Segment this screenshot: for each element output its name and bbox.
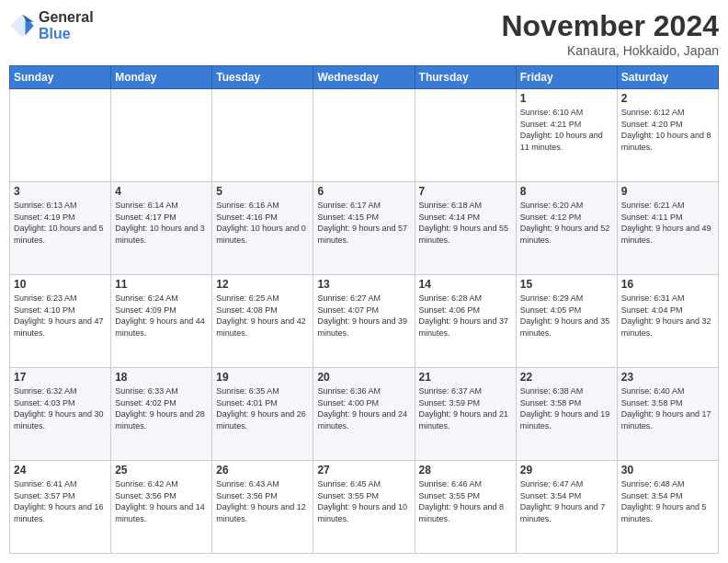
header: General Blue November 2024 Kanaura, Hokk… bbox=[9, 9, 719, 58]
col-tuesday: Tuesday bbox=[212, 66, 313, 89]
logo-text: General Blue bbox=[39, 9, 94, 41]
day-info: Sunrise: 6:14 AMSunset: 4:17 PMDaylight:… bbox=[115, 200, 208, 246]
day-info: Sunrise: 6:37 AMSunset: 3:59 PMDaylight:… bbox=[419, 385, 512, 431]
calendar-cell: 23Sunrise: 6:40 AMSunset: 3:58 PMDayligh… bbox=[617, 368, 718, 461]
day-number: 2 bbox=[621, 92, 714, 105]
day-number: 11 bbox=[115, 278, 208, 291]
day-number: 26 bbox=[216, 464, 309, 477]
day-number: 4 bbox=[115, 185, 208, 198]
col-sunday: Sunday bbox=[10, 66, 111, 89]
calendar-cell: 17Sunrise: 6:32 AMSunset: 4:03 PMDayligh… bbox=[10, 368, 111, 461]
calendar-cell: 18Sunrise: 6:33 AMSunset: 4:02 PMDayligh… bbox=[111, 368, 212, 461]
calendar-cell bbox=[111, 89, 212, 182]
day-info: Sunrise: 6:43 AMSunset: 3:56 PMDaylight:… bbox=[216, 478, 309, 524]
logo: General Blue bbox=[9, 9, 94, 41]
calendar-cell: 25Sunrise: 6:42 AMSunset: 3:56 PMDayligh… bbox=[111, 461, 212, 554]
day-info: Sunrise: 6:10 AMSunset: 4:21 PMDaylight:… bbox=[520, 107, 613, 153]
calendar-cell bbox=[313, 89, 415, 182]
day-number: 18 bbox=[115, 371, 208, 384]
day-info: Sunrise: 6:31 AMSunset: 4:04 PMDaylight:… bbox=[621, 293, 714, 339]
col-monday: Monday bbox=[111, 66, 212, 89]
calendar-cell: 3Sunrise: 6:13 AMSunset: 4:19 PMDaylight… bbox=[10, 182, 111, 275]
location: Kanaura, Hokkaido, Japan bbox=[501, 43, 719, 58]
day-info: Sunrise: 6:38 AMSunset: 3:58 PMDaylight:… bbox=[520, 385, 613, 431]
day-info: Sunrise: 6:40 AMSunset: 3:58 PMDaylight:… bbox=[621, 385, 714, 431]
calendar-cell: 14Sunrise: 6:28 AMSunset: 4:06 PMDayligh… bbox=[415, 275, 516, 368]
day-number: 14 bbox=[419, 278, 512, 291]
day-info: Sunrise: 6:29 AMSunset: 4:05 PMDaylight:… bbox=[520, 293, 613, 339]
day-info: Sunrise: 6:17 AMSunset: 4:15 PMDaylight:… bbox=[317, 200, 410, 246]
day-info: Sunrise: 6:47 AMSunset: 3:54 PMDaylight:… bbox=[520, 478, 613, 524]
calendar-cell: 22Sunrise: 6:38 AMSunset: 3:58 PMDayligh… bbox=[516, 368, 617, 461]
calendar-cell: 6Sunrise: 6:17 AMSunset: 4:15 PMDaylight… bbox=[313, 182, 415, 275]
day-number: 8 bbox=[520, 185, 613, 198]
calendar-cell: 30Sunrise: 6:48 AMSunset: 3:54 PMDayligh… bbox=[617, 461, 718, 554]
logo-blue-text: Blue bbox=[39, 26, 94, 42]
calendar-cell: 8Sunrise: 6:20 AMSunset: 4:12 PMDaylight… bbox=[516, 182, 617, 275]
calendar-cell: 16Sunrise: 6:31 AMSunset: 4:04 PMDayligh… bbox=[617, 275, 718, 368]
calendar-cell bbox=[212, 89, 313, 182]
day-number: 13 bbox=[317, 278, 410, 291]
day-number: 16 bbox=[621, 278, 714, 291]
day-info: Sunrise: 6:28 AMSunset: 4:06 PMDaylight:… bbox=[419, 293, 512, 339]
col-wednesday: Wednesday bbox=[313, 66, 415, 89]
calendar-cell: 11Sunrise: 6:24 AMSunset: 4:09 PMDayligh… bbox=[111, 275, 212, 368]
day-info: Sunrise: 6:18 AMSunset: 4:14 PMDaylight:… bbox=[419, 200, 512, 246]
day-info: Sunrise: 6:24 AMSunset: 4:09 PMDaylight:… bbox=[115, 293, 208, 339]
day-number: 25 bbox=[115, 464, 208, 477]
day-number: 9 bbox=[621, 185, 714, 198]
day-number: 1 bbox=[520, 92, 613, 105]
calendar-cell: 13Sunrise: 6:27 AMSunset: 4:07 PMDayligh… bbox=[313, 275, 415, 368]
calendar-cell: 9Sunrise: 6:21 AMSunset: 4:11 PMDaylight… bbox=[617, 182, 718, 275]
day-number: 19 bbox=[216, 371, 309, 384]
day-number: 30 bbox=[621, 464, 714, 477]
day-info: Sunrise: 6:23 AMSunset: 4:10 PMDaylight:… bbox=[14, 293, 107, 339]
calendar-week-1: 1Sunrise: 6:10 AMSunset: 4:21 PMDaylight… bbox=[10, 89, 719, 182]
day-info: Sunrise: 6:46 AMSunset: 3:55 PMDaylight:… bbox=[419, 478, 512, 524]
calendar-cell: 12Sunrise: 6:25 AMSunset: 4:08 PMDayligh… bbox=[212, 275, 313, 368]
day-number: 6 bbox=[317, 185, 410, 198]
day-number: 5 bbox=[216, 185, 309, 198]
calendar-cell: 7Sunrise: 6:18 AMSunset: 4:14 PMDaylight… bbox=[415, 182, 516, 275]
calendar-week-4: 17Sunrise: 6:32 AMSunset: 4:03 PMDayligh… bbox=[10, 368, 719, 461]
calendar-body: 1Sunrise: 6:10 AMSunset: 4:21 PMDaylight… bbox=[10, 89, 719, 554]
calendar-cell: 2Sunrise: 6:12 AMSunset: 4:20 PMDaylight… bbox=[617, 89, 718, 182]
calendar-cell: 19Sunrise: 6:35 AMSunset: 4:01 PMDayligh… bbox=[212, 368, 313, 461]
month-title: November 2024 bbox=[501, 9, 719, 43]
calendar-cell: 1Sunrise: 6:10 AMSunset: 4:21 PMDaylight… bbox=[516, 89, 617, 182]
day-info: Sunrise: 6:12 AMSunset: 4:20 PMDaylight:… bbox=[621, 107, 714, 153]
day-info: Sunrise: 6:36 AMSunset: 4:00 PMDaylight:… bbox=[317, 385, 410, 431]
day-number: 28 bbox=[419, 464, 512, 477]
calendar-cell bbox=[415, 89, 516, 182]
day-info: Sunrise: 6:41 AMSunset: 3:57 PMDaylight:… bbox=[14, 478, 107, 524]
day-info: Sunrise: 6:16 AMSunset: 4:16 PMDaylight:… bbox=[216, 200, 309, 246]
day-number: 20 bbox=[317, 371, 410, 384]
calendar-cell: 27Sunrise: 6:45 AMSunset: 3:55 PMDayligh… bbox=[313, 461, 415, 554]
day-number: 29 bbox=[520, 464, 613, 477]
calendar-week-5: 24Sunrise: 6:41 AMSunset: 3:57 PMDayligh… bbox=[10, 461, 719, 554]
calendar-week-2: 3Sunrise: 6:13 AMSunset: 4:19 PMDaylight… bbox=[10, 182, 719, 275]
page: General Blue November 2024 Kanaura, Hokk… bbox=[0, 0, 728, 563]
col-thursday: Thursday bbox=[415, 66, 516, 89]
day-info: Sunrise: 6:27 AMSunset: 4:07 PMDaylight:… bbox=[317, 293, 410, 339]
day-info: Sunrise: 6:13 AMSunset: 4:19 PMDaylight:… bbox=[14, 200, 107, 246]
calendar-cell: 26Sunrise: 6:43 AMSunset: 3:56 PMDayligh… bbox=[212, 461, 313, 554]
day-info: Sunrise: 6:42 AMSunset: 3:56 PMDaylight:… bbox=[115, 478, 208, 524]
col-friday: Friday bbox=[516, 66, 617, 89]
day-number: 27 bbox=[317, 464, 410, 477]
calendar-cell: 21Sunrise: 6:37 AMSunset: 3:59 PMDayligh… bbox=[415, 368, 516, 461]
day-info: Sunrise: 6:33 AMSunset: 4:02 PMDaylight:… bbox=[115, 385, 208, 431]
day-number: 3 bbox=[14, 185, 107, 198]
col-saturday: Saturday bbox=[617, 66, 718, 89]
day-number: 10 bbox=[14, 278, 107, 291]
day-info: Sunrise: 6:20 AMSunset: 4:12 PMDaylight:… bbox=[520, 200, 613, 246]
day-number: 12 bbox=[216, 278, 309, 291]
title-section: November 2024 Kanaura, Hokkaido, Japan bbox=[501, 9, 719, 58]
calendar-table: Sunday Monday Tuesday Wednesday Thursday… bbox=[9, 65, 719, 554]
day-info: Sunrise: 6:35 AMSunset: 4:01 PMDaylight:… bbox=[216, 385, 309, 431]
logo-icon bbox=[9, 13, 35, 39]
day-number: 7 bbox=[419, 185, 512, 198]
day-number: 21 bbox=[419, 371, 512, 384]
calendar-cell: 20Sunrise: 6:36 AMSunset: 4:00 PMDayligh… bbox=[313, 368, 415, 461]
day-info: Sunrise: 6:45 AMSunset: 3:55 PMDaylight:… bbox=[317, 478, 410, 524]
